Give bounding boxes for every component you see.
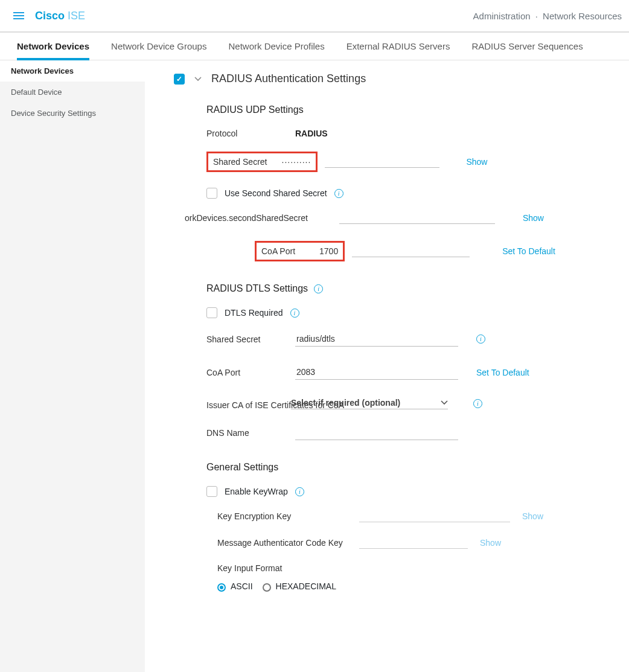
main-content: RADIUS Authentication Settings RADIUS UD… <box>145 60 629 672</box>
shared-secret-row: Shared Secret ·········· Show <box>206 152 629 172</box>
coa-set-default-link[interactable]: Set To Default <box>502 246 555 256</box>
mack-show-link[interactable]: Show <box>480 538 501 548</box>
sidebar-item-default-device[interactable]: Default Device <box>0 82 145 103</box>
breadcrumb-item-2: Network Resources <box>543 11 622 21</box>
radius-udp-section: RADIUS UDP Settings Protocol RADIUS Shar… <box>206 104 629 261</box>
info-icon[interactable]: i <box>290 309 299 318</box>
shared-secret-show-link[interactable]: Show <box>466 157 487 167</box>
coa-port-row: CoA Port 1700 Set To Default <box>255 241 629 261</box>
use-second-secret-checkbox[interactable] <box>206 188 217 199</box>
info-icon[interactable]: i <box>334 189 343 198</box>
tab-network-devices[interactable]: Network Devices <box>17 33 89 60</box>
protocol-label: Protocol <box>206 129 288 138</box>
sidebar-item-network-devices[interactable]: Network Devices <box>0 60 145 82</box>
menu-icon[interactable] <box>13 12 24 19</box>
dtls-shared-secret-label: Shared Secret <box>206 334 288 344</box>
tab-external-radius-servers[interactable]: External RADIUS Servers <box>346 33 450 60</box>
key-input-format-hex[interactable]: HEXADECIMAL <box>263 581 336 591</box>
radius-udp-title: RADIUS UDP Settings <box>206 104 629 115</box>
brand: Cisco ISE <box>35 10 85 22</box>
dtls-required-checkbox[interactable] <box>206 307 217 318</box>
key-input-format-ascii[interactable]: ASCII <box>217 581 253 591</box>
dtls-coa-port-input[interactable] <box>295 365 458 380</box>
general-settings-title: General Settings <box>206 462 629 473</box>
brand-cisco: Cisco <box>35 10 65 22</box>
use-second-secret-row: Use Second Shared Secret i <box>206 188 629 199</box>
dtls-shared-secret-input[interactable] <box>295 331 458 347</box>
chevron-down-icon <box>441 399 448 406</box>
mac-key-row: Message Authenticator Code Key Show <box>217 537 629 549</box>
radius-auth-section-header: RADIUS Authentication Settings <box>174 72 629 85</box>
key-encryption-key-label: Key Encryption Key <box>217 511 347 521</box>
sidebar-item-device-security-settings[interactable]: Device Security Settings <box>0 103 145 124</box>
dns-name-row: DNS Name <box>206 425 629 440</box>
dtls-required-row: DTLS Required i <box>206 307 629 318</box>
tab-bar: Network Devices Network Device Groups Ne… <box>0 33 629 60</box>
dtls-coa-port-row: CoA Port Set To Default <box>206 365 629 380</box>
dns-name-input[interactable] <box>295 425 458 440</box>
coa-port-label: CoA Port <box>261 246 295 256</box>
mac-key-label: Message Authenticator Code Key <box>217 538 347 548</box>
shared-secret-value[interactable]: ·········· <box>282 157 311 167</box>
dns-name-label: DNS Name <box>206 428 288 438</box>
breadcrumb-item-1: Administration <box>473 11 531 21</box>
issuer-ca-select[interactable]: Select if required (optional) <box>291 398 448 409</box>
tab-network-device-profiles[interactable]: Network Device Profiles <box>228 33 324 60</box>
key-encryption-key-row: Key Encryption Key Show <box>217 510 629 522</box>
chevron-down-icon[interactable] <box>193 74 203 84</box>
kek-show-link[interactable]: Show <box>522 511 543 521</box>
coa-port-input-underline[interactable] <box>352 245 470 257</box>
dtls-shared-secret-row: Shared Secret i <box>206 331 629 347</box>
radius-auth-checkbox[interactable] <box>174 74 185 85</box>
info-icon[interactable]: i <box>473 399 482 408</box>
shared-secret-highlight: Shared Secret ·········· <box>206 152 318 172</box>
section-title-radius-auth: RADIUS Authentication Settings <box>211 72 366 85</box>
coa-port-value[interactable]: 1700 <box>319 246 338 256</box>
protocol-value: RADIUS <box>295 129 328 138</box>
second-secret-row: orkDevices.secondSharedSecret Show <box>196 212 629 224</box>
tab-network-device-groups[interactable]: Network Device Groups <box>111 33 206 60</box>
enable-keywrap-label: Enable KeyWrap <box>225 487 288 496</box>
second-secret-input[interactable] <box>339 212 495 224</box>
shared-secret-input-underline[interactable] <box>325 156 439 168</box>
shared-secret-label: Shared Secret <box>213 157 267 167</box>
info-icon[interactable]: i <box>295 487 304 496</box>
general-settings-section: General Settings Enable KeyWrap i Key En… <box>206 462 629 591</box>
tab-radius-server-sequences[interactable]: RADIUS Server Sequences <box>471 33 583 60</box>
breadcrumb: Administration · Network Resources <box>473 11 622 21</box>
coa-port-highlight: CoA Port 1700 <box>255 241 345 261</box>
radio-unselected-icon <box>263 583 271 592</box>
issuer-ca-placeholder: Select if required (optional) <box>291 398 441 408</box>
dtls-required-label: DTLS Required <box>225 308 283 318</box>
key-encryption-key-input[interactable] <box>359 510 510 522</box>
sidebar: Network Devices Default Device Device Se… <box>0 60 145 672</box>
radius-dtls-title: RADIUS DTLS Settings <box>206 283 308 294</box>
radius-dtls-section: RADIUS DTLS Settings i DTLS Required i S… <box>206 283 629 440</box>
second-secret-show-link[interactable]: Show <box>523 213 544 223</box>
second-secret-truncated: orkDevices.secondSharedSecret <box>185 213 308 223</box>
enable-keywrap-checkbox[interactable] <box>206 486 217 497</box>
use-second-secret-label: Use Second Shared Secret <box>225 188 327 198</box>
top-header: Cisco ISE Administration · Network Resou… <box>0 0 629 33</box>
protocol-row: Protocol RADIUS <box>206 129 629 138</box>
info-icon[interactable]: i <box>476 334 485 344</box>
info-icon[interactable]: i <box>314 284 323 293</box>
mac-key-input[interactable] <box>359 537 468 549</box>
issuer-ca-row: Issuer CA of ISE Certificates for CoA Se… <box>206 398 629 409</box>
radio-selected-icon <box>217 583 226 592</box>
dtls-coa-port-label: CoA Port <box>206 368 288 377</box>
enable-keywrap-row: Enable KeyWrap i <box>206 486 629 497</box>
key-input-format-label: Key Input Format <box>217 563 629 573</box>
brand-ise: ISE <box>68 10 85 22</box>
breadcrumb-separator: · <box>535 11 538 21</box>
dtls-coa-set-default-link[interactable]: Set To Default <box>476 368 529 377</box>
